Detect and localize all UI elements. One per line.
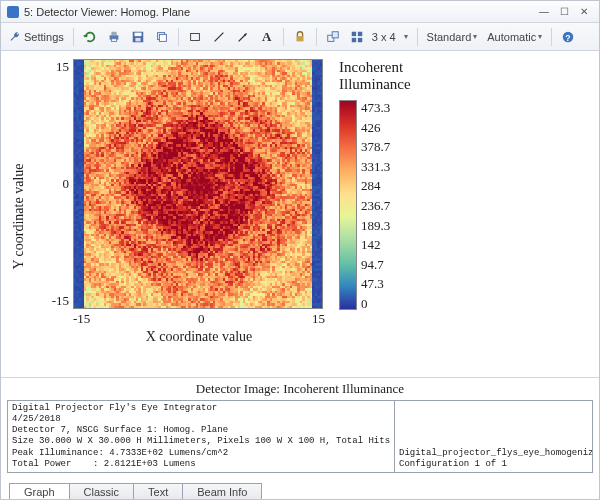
cbtick: 378.7 <box>361 139 390 155</box>
window-title: 5: Detector Viewer: Homog. Plane <box>24 6 533 18</box>
ytick: -15 <box>52 293 69 309</box>
maximize-button[interactable]: ☐ <box>555 5 573 19</box>
separator <box>178 28 179 46</box>
separator <box>417 28 418 46</box>
line-tool-button[interactable] <box>208 26 230 48</box>
svg-rect-16 <box>352 37 356 41</box>
chart-area: Y coordinate value 15 0 -15 -15 0 15 X c… <box>1 51 599 377</box>
separator <box>73 28 74 46</box>
svg-rect-13 <box>332 31 338 37</box>
svg-rect-11 <box>296 36 303 41</box>
wrench-icon <box>9 31 21 43</box>
separator <box>551 28 552 46</box>
info-panel-title: Detector Image: Incoherent Illuminance <box>1 377 599 400</box>
undock-icon <box>326 30 340 44</box>
rect-tool-button[interactable] <box>184 26 206 48</box>
svg-rect-2 <box>111 38 116 41</box>
plot-column: 15 0 -15 -15 0 15 X coordinate value <box>29 59 325 375</box>
xtick: 15 <box>312 311 325 327</box>
rect-icon <box>188 30 202 44</box>
content-area: Y coordinate value 15 0 -15 -15 0 15 X c… <box>1 51 599 499</box>
separator <box>283 28 284 46</box>
refresh-button[interactable] <box>79 26 101 48</box>
lock-button[interactable] <box>289 26 311 48</box>
svg-text:?: ? <box>566 32 571 42</box>
cbtick: 0 <box>361 296 390 312</box>
svg-rect-17 <box>358 37 362 41</box>
colorbar-title: IncoherentIlluminance <box>339 59 411 92</box>
cbtick: 142 <box>361 237 390 253</box>
cbtick: 426 <box>361 120 390 136</box>
minimize-button[interactable]: — <box>535 5 553 19</box>
svg-line-9 <box>214 32 223 41</box>
separator <box>316 28 317 46</box>
ytick: 15 <box>56 59 69 75</box>
svg-rect-15 <box>358 31 362 35</box>
undock-button[interactable] <box>322 26 344 48</box>
y-axis-label: Y coordinate value <box>9 59 29 375</box>
arrow-icon <box>236 30 250 44</box>
settings-label: Settings <box>24 31 64 43</box>
titlebar: 5: Detector Viewer: Homog. Plane — ☐ ✕ <box>1 1 599 23</box>
print-button[interactable] <box>103 26 125 48</box>
ytick: 0 <box>63 176 70 192</box>
cbtick: 236.7 <box>361 198 390 214</box>
y-axis-ticks: 15 0 -15 <box>29 59 73 309</box>
svg-rect-7 <box>159 34 166 41</box>
mode1-dropdown[interactable]: Standard▾ <box>423 26 482 48</box>
line-icon <box>212 30 226 44</box>
mode2-label: Automatic <box>487 31 536 43</box>
tab-classic[interactable]: Classic <box>69 483 134 499</box>
info-right: Digital_projector_flys_eye_homogenizer.z… <box>395 401 592 473</box>
refresh-icon <box>83 30 97 44</box>
cbtick: 284 <box>361 178 390 194</box>
app-icon <box>7 6 19 18</box>
info-left: Digital Projector Fly's Eye Integrator 4… <box>8 401 395 473</box>
mode2-dropdown[interactable]: Automatic▾ <box>483 26 546 48</box>
grid-size-label: 3 x 4 <box>370 31 398 43</box>
lock-icon <box>293 30 307 44</box>
heatmap-plot[interactable] <box>73 59 323 309</box>
copy-button[interactable] <box>151 26 173 48</box>
colorbar-ticks: 473.3 426 378.7 331.3 284 236.7 189.3 14… <box>357 100 390 312</box>
grid-dropdown[interactable]: ▾ <box>400 32 412 41</box>
chevron-down-icon: ▾ <box>473 32 477 41</box>
cbtick: 94.7 <box>361 257 390 273</box>
chevron-down-icon: ▾ <box>538 32 542 41</box>
toolbar: Settings A 3 x 4 ▾ Standard▾ Automatic▾ … <box>1 23 599 51</box>
cbtick: 331.3 <box>361 159 390 175</box>
cbtick: 189.3 <box>361 218 390 234</box>
settings-button[interactable]: Settings <box>5 31 68 43</box>
svg-rect-8 <box>190 33 199 40</box>
close-button[interactable]: ✕ <box>575 5 593 19</box>
tab-graph[interactable]: Graph <box>9 483 70 499</box>
svg-rect-5 <box>135 37 140 41</box>
help-button[interactable]: ? <box>557 26 579 48</box>
tab-text[interactable]: Text <box>133 483 183 499</box>
svg-rect-4 <box>134 32 141 36</box>
save-icon <box>131 30 145 44</box>
cbtick: 473.3 <box>361 100 390 116</box>
svg-rect-1 <box>111 31 116 35</box>
text-tool-button[interactable]: A <box>256 26 278 48</box>
xtick: -15 <box>73 311 90 327</box>
arrow-tool-button[interactable] <box>232 26 254 48</box>
colorbar-column: IncoherentIlluminance 473.3 426 378.7 33… <box>325 59 411 375</box>
tab-bar: Graph Classic Text Beam Info <box>1 477 599 499</box>
plot-row: 15 0 -15 <box>29 59 325 309</box>
print-icon <box>107 30 121 44</box>
window-root: 5: Detector Viewer: Homog. Plane — ☐ ✕ S… <box>0 0 600 500</box>
info-panel: Digital Projector Fly's Eye Integrator 4… <box>7 400 593 474</box>
x-axis-label: X coordinate value <box>73 327 325 345</box>
grid-icon <box>350 30 364 44</box>
colorbar-body: 473.3 426 378.7 331.3 284 236.7 189.3 14… <box>339 100 390 312</box>
colorbar-title-text: IncoherentIlluminance <box>339 59 411 92</box>
xtick: 0 <box>198 311 205 327</box>
mode1-label: Standard <box>427 31 472 43</box>
help-icon: ? <box>561 30 575 44</box>
save-button[interactable] <box>127 26 149 48</box>
text-icon: A <box>262 29 271 45</box>
tab-beam-info[interactable]: Beam Info <box>182 483 262 499</box>
grid-layout-button[interactable] <box>346 26 368 48</box>
svg-rect-14 <box>352 31 356 35</box>
